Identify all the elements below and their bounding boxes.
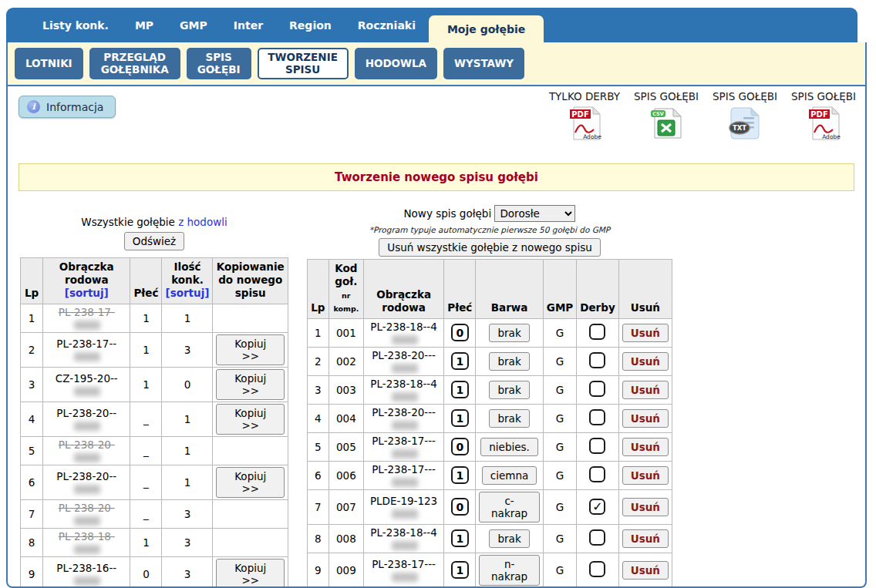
export-tylko-derby[interactable]: TYLKO DERBYPDFAdobe — [549, 90, 620, 144]
sex-toggle-button[interactable]: 1 — [451, 561, 469, 579]
header-sex: Płeć — [444, 260, 476, 319]
color-button[interactable]: ciemna — [482, 466, 537, 485]
sex-toggle-button[interactable]: 1 — [451, 529, 469, 547]
ring-cell: PL-238-20- — [43, 436, 130, 465]
txt-icon[interactable]: TXT — [726, 105, 763, 144]
ring-prefix: PL-238-20--- — [372, 349, 436, 361]
delete-button[interactable]: Usuń — [622, 561, 669, 580]
delete-button[interactable]: Usuń — [622, 409, 669, 428]
sex-toggle-button[interactable]: 1 — [451, 466, 469, 484]
sort-ring-link[interactable]: [sortuj] — [46, 287, 126, 300]
derby-checkbox[interactable] — [589, 352, 605, 368]
sex-toggle-button[interactable]: 0 — [451, 498, 469, 516]
ring-cell: PL-238-16-- — [43, 556, 130, 588]
export-spis-gołębi[interactable]: SPIS GOŁĘBITXT — [713, 90, 777, 144]
tab-mp[interactable]: MP — [122, 8, 167, 42]
pdf-icon[interactable]: PDFAdobe — [805, 105, 842, 144]
sex-cell: 1 — [130, 528, 162, 556]
color-button[interactable]: brak — [489, 529, 529, 548]
sex-cell: 1 — [444, 461, 476, 489]
copy-button[interactable]: Kopiuj >> — [216, 404, 285, 435]
export-spis-gołębi[interactable]: SPIS GOŁĘBICSV — [634, 90, 699, 144]
color-button[interactable]: c-nakrap — [479, 492, 539, 522]
color-button[interactable]: brak — [489, 409, 529, 428]
sort-count-link[interactable]: [sortuj] — [165, 287, 209, 300]
delete-button[interactable]: Usuń — [622, 438, 669, 456]
masked-ring-digits — [392, 573, 418, 582]
derby-checkbox[interactable] — [589, 466, 605, 482]
subnav-hodowla[interactable]: HODOWLA — [355, 48, 437, 79]
code-cell: 009 — [328, 553, 363, 587]
delete-button[interactable]: Usuń — [622, 352, 669, 371]
lp-cell: 5 — [308, 432, 329, 461]
subnav-spis-gołębi[interactable]: SPIS GOŁĘBI — [187, 48, 251, 79]
subnav-lotniki[interactable]: LOTNIKI — [15, 48, 83, 79]
top-tab-bar: Listy konk.MPGMPInterRegionRoczniakiMoje… — [6, 8, 857, 42]
tab-gmp[interactable]: GMP — [167, 8, 221, 42]
sex-toggle-button[interactable]: 1 — [451, 352, 469, 370]
delete-button[interactable]: Usuń — [622, 529, 669, 548]
sex-toggle-button[interactable]: 0 — [451, 324, 469, 341]
lp-cell: 1 — [308, 318, 329, 347]
derby-checkbox[interactable] — [589, 438, 605, 454]
tab-moje-gołębie[interactable]: Moje gołębie — [429, 15, 544, 42]
delete-button[interactable]: Usuń — [622, 381, 669, 399]
copy-button[interactable]: Kopiuj >> — [216, 334, 285, 365]
sex-cell: 1 — [444, 404, 476, 432]
hodowla-link[interactable]: z hodowli — [178, 216, 227, 228]
ring-prefix: PL-238-17--- — [372, 463, 436, 475]
color-button[interactable]: brak — [489, 324, 529, 342]
count-cell: 3 — [162, 499, 213, 528]
header-count-label: Ilość konk. — [171, 260, 204, 286]
copy-button[interactable]: Kopiuj >> — [216, 559, 285, 588]
color-button[interactable]: n-nakrap — [479, 555, 539, 586]
clear-list-button[interactable]: Usuń wszystkie gołębie z nowego spisu — [379, 238, 600, 257]
subnav-przegląd-gołębnika[interactable]: PRZEGLĄD GOŁĘBNIKA — [89, 48, 180, 79]
pdf-icon[interactable]: PDFAdobe — [566, 105, 603, 144]
refresh-button[interactable]: Odśwież — [124, 232, 184, 250]
derby-cell — [577, 347, 618, 375]
tab-roczniaki[interactable]: Roczniaki — [345, 8, 429, 42]
sex-toggle-button[interactable]: 0 — [451, 438, 469, 455]
tab-inter[interactable]: Inter — [221, 8, 276, 42]
sex-toggle-button[interactable]: 1 — [451, 381, 469, 398]
subnav-wystawy[interactable]: WYSTAWY — [443, 48, 524, 79]
ring-prefix: PL-238-20- — [59, 502, 115, 514]
tab-region[interactable]: Region — [276, 8, 345, 42]
derby-checkbox[interactable] — [589, 561, 605, 577]
color-cell: brak — [476, 318, 543, 347]
count-cell: 1 — [162, 304, 213, 332]
sex-toggle-button[interactable]: 1 — [451, 409, 469, 427]
code-cell: 007 — [328, 489, 363, 524]
delete-button[interactable]: Usuń — [622, 324, 669, 342]
masked-ring-digits — [392, 364, 418, 373]
color-button[interactable]: brak — [489, 381, 529, 399]
derby-checkbox[interactable]: ✓ — [589, 499, 605, 515]
gmp-cell: G — [543, 318, 576, 347]
sex-cell: _ — [130, 499, 162, 528]
delete-button[interactable]: Usuń — [622, 498, 669, 516]
export-links: TYLKO DERBYPDFAdobeSPIS GOŁĘBICSVSPIS GO… — [549, 90, 856, 144]
delete-cell: Usuń — [618, 553, 672, 587]
derby-checkbox[interactable] — [589, 381, 605, 397]
export-spis-gołębi[interactable]: SPIS GOŁĘBIPDFAdobe — [791, 90, 856, 144]
informacja-button[interactable]: i Informacja — [19, 96, 116, 118]
derby-checkbox[interactable] — [589, 529, 605, 546]
lp-cell: 7 — [21, 499, 43, 528]
lp-cell: 6 — [21, 465, 43, 499]
color-button[interactable]: niebies. — [480, 438, 538, 456]
delete-button[interactable]: Usuń — [622, 466, 669, 485]
derby-checkbox[interactable] — [589, 324, 605, 340]
tab-listy-konk[interactable]: Listy konk. — [29, 8, 122, 42]
subnav-tworzenie-spisu[interactable]: TWORZENIE SPISU — [258, 48, 349, 79]
table-row: 2002PL-238-20---1brakGUsuń — [308, 347, 672, 375]
code-cell: 004 — [328, 404, 363, 432]
copy-button[interactable]: Kopiuj >> — [216, 467, 285, 498]
ring-cell: PL-238-17--- — [363, 432, 443, 461]
copy-button[interactable]: Kopiuj >> — [216, 369, 285, 400]
derby-checkbox[interactable] — [589, 409, 605, 425]
excel-csv-icon[interactable]: CSV — [648, 105, 685, 144]
sex-cell: 1 — [444, 375, 476, 404]
new-list-select[interactable]: Dorosłe — [494, 205, 575, 222]
color-button[interactable]: brak — [489, 352, 529, 371]
